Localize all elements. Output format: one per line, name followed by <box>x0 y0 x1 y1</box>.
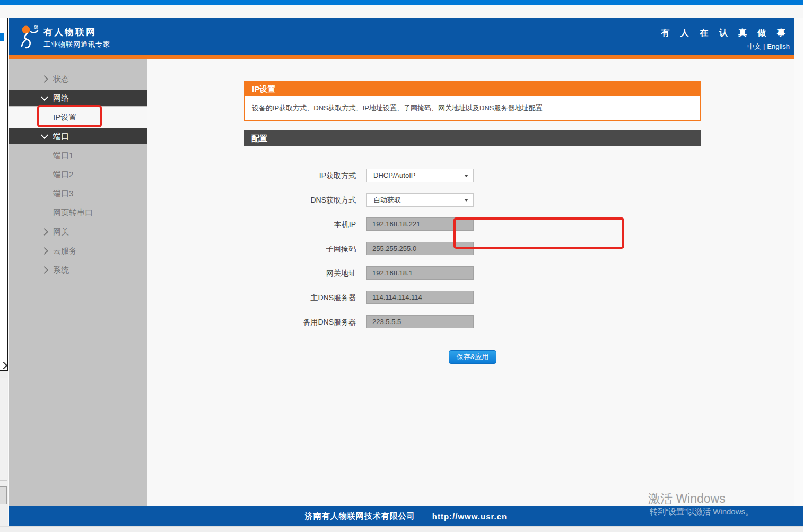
sidebar-item-ip-settings[interactable]: IP设置 <box>9 107 147 128</box>
page-description: 设备的IP获取方式、DNS获取方式、IP地址设置、子网掩码、网关地址以及DNS服… <box>245 96 700 120</box>
sidebar-item-label: 端口3 <box>53 184 73 203</box>
select-value: DHCP/AutoIP <box>373 169 415 182</box>
field-label-secondary-dns: 备用DNS服务器 <box>244 310 356 334</box>
sidebar-item-gateway[interactable]: 网关 <box>9 222 147 241</box>
select-value: 自动获取 <box>373 194 401 206</box>
secondary-dns-input[interactable] <box>366 315 474 328</box>
form-row-ip-mode: IP获取方式DHCP/AutoIP <box>244 163 499 188</box>
sidebar-item-label: 云服务 <box>53 241 77 260</box>
chevron-right-icon <box>41 266 48 274</box>
lang-english-link[interactable]: English <box>767 42 790 50</box>
screen: R 有人物联网 工业物联网通讯专家 有 人 在 认 真 做 事 中文|Engli… <box>0 0 803 532</box>
sidebar-item-port1[interactable]: 端口1 <box>9 146 147 165</box>
sidebar-item-label: 端口 <box>53 128 69 144</box>
field-label-gateway-addr: 网关地址 <box>244 261 356 285</box>
svg-text:R: R <box>35 26 37 29</box>
ip-mode-select[interactable]: DHCP/AutoIP <box>366 169 474 182</box>
page-title: IP设置 <box>245 82 700 96</box>
chevron-down-icon <box>41 93 48 101</box>
footer-url-link[interactable]: http://www.usr.cn <box>432 512 507 521</box>
window-gap <box>0 5 803 18</box>
sidebar-item-port2[interactable]: 端口2 <box>9 165 147 184</box>
background-window-panel <box>0 378 7 481</box>
primary-dns-input[interactable] <box>366 291 474 304</box>
page-info-panel: IP设置 设备的IP获取方式、DNS获取方式、IP地址设置、子网掩码、网关地址以… <box>244 81 701 121</box>
window-bottom-strip <box>0 526 803 532</box>
sidebar-item-network[interactable]: 网络 <box>9 90 147 106</box>
sidebar-item-label: 端口2 <box>53 165 73 184</box>
usr-logo-icon: R <box>17 24 41 51</box>
os-titlebar-strip <box>0 0 803 5</box>
sidebar-item-label: 端口1 <box>53 146 73 165</box>
sidebar-item-label: 状态 <box>53 69 69 89</box>
sidebar-item-web-to-serial[interactable]: 网页转串口 <box>9 203 147 222</box>
sidebar-item-cloud-service[interactable]: 云服务 <box>9 241 147 260</box>
field-label-ip-mode: IP获取方式 <box>244 163 356 188</box>
form-row-local-ip: 本机IP <box>244 212 499 237</box>
section-title: 配置 <box>244 130 701 146</box>
main-content: IP设置 设备的IP获取方式、DNS获取方式、IP地址设置、子网掩码、网关地址以… <box>147 59 794 506</box>
form-row-gateway-addr: 网关地址 <box>244 261 499 285</box>
sidebar-item-label: 网页转串口 <box>53 203 93 222</box>
dropdown-arrow-icon <box>464 199 468 202</box>
local-ip-input[interactable] <box>366 217 474 231</box>
field-label-local-ip: 本机IP <box>244 212 356 237</box>
form-row-subnet-mask: 子网掩码 <box>244 237 499 261</box>
field-label-subnet-mask: 子网掩码 <box>244 237 356 261</box>
app-header: R 有人物联网 工业物联网通讯专家 有 人 在 认 真 做 事 中文|Engli… <box>9 18 794 55</box>
language-switcher: 中文|English <box>747 42 790 51</box>
brand-subtitle: 工业物联网通讯专家 <box>43 40 110 49</box>
sidebar-item-status[interactable]: 状态 <box>9 69 147 89</box>
subnet-mask-input[interactable] <box>366 242 474 255</box>
sidebar-item-label: 网关 <box>53 222 69 241</box>
footer-company: 济南有人物联网技术有限公司 <box>305 511 415 521</box>
chevron-right-icon <box>41 75 48 83</box>
dns-mode-select[interactable]: 自动获取 <box>366 193 474 207</box>
sidebar-item-label: IP设置 <box>53 107 76 128</box>
sidebar-item-port3[interactable]: 端口3 <box>9 184 147 203</box>
form-row-secondary-dns: 备用DNS服务器 <box>244 310 499 334</box>
lang-chinese-link[interactable]: 中文 <box>747 42 761 50</box>
background-window-chip <box>0 33 4 41</box>
gateway-addr-input[interactable] <box>366 266 474 280</box>
chevron-right-icon <box>41 247 48 255</box>
header-slogan: 有 人 在 认 真 做 事 <box>661 28 790 39</box>
sidebar-item-system[interactable]: 系统 <box>9 260 147 280</box>
sidebar-item-label: 系统 <box>53 260 69 280</box>
field-label-primary-dns: 主DNS服务器 <box>244 285 356 310</box>
brand-title: 有人物联网 <box>43 26 97 38</box>
header-accent-strip <box>9 55 794 59</box>
lang-separator: | <box>763 42 765 50</box>
windows-activation-watermark-line1: 激活 Windows <box>648 491 726 507</box>
sidebar-item-label: 网络 <box>53 90 69 106</box>
sidebar-item-ports[interactable]: 端口 <box>9 128 147 144</box>
field-label-dns-mode: DNS获取方式 <box>244 188 356 212</box>
background-window-scroll-thumb <box>0 486 7 504</box>
chevron-down-icon <box>41 132 48 139</box>
save-apply-button[interactable]: 保存&应用 <box>449 350 496 364</box>
form-row-dns-mode: DNS获取方式自动获取 <box>244 188 499 212</box>
background-window-edge <box>0 18 8 371</box>
form-row-primary-dns: 主DNS服务器 <box>244 285 499 310</box>
sidebar-nav: 状态网络IP设置端口端口1端口2端口3网页转串口网关云服务系统 <box>9 59 147 506</box>
chevron-right-icon <box>41 228 48 236</box>
dropdown-arrow-icon <box>464 175 468 177</box>
windows-activation-watermark-line2: 转到“设置”以激活 Windows。 <box>650 507 753 517</box>
